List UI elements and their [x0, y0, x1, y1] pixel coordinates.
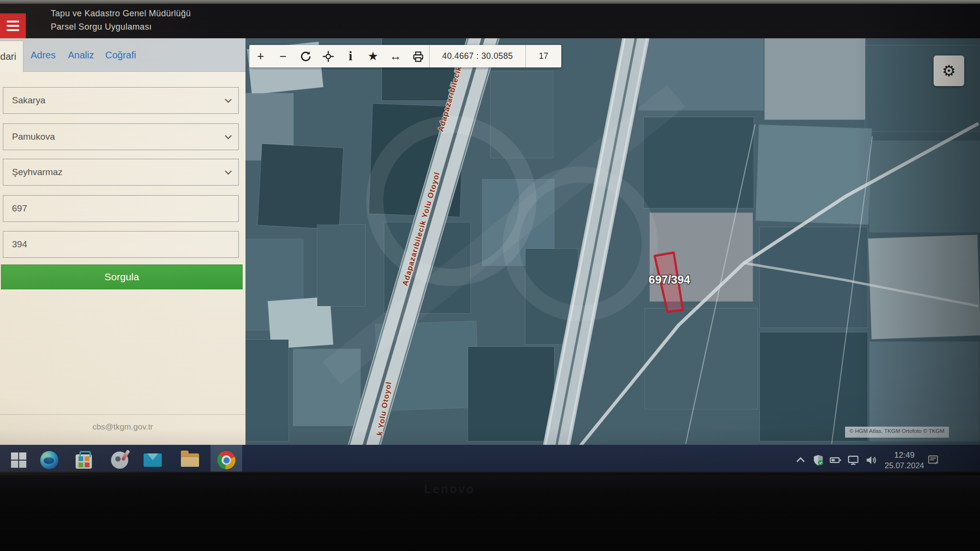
notes-icon [927, 454, 939, 466]
app-title: Tapu ve Kadastro Genel Müdürlüğü Parsel … [51, 9, 191, 32]
coordinates-readout: 40.4667 : 30.0585 [430, 45, 525, 67]
tray-volume[interactable] [862, 445, 880, 475]
battery-icon [829, 454, 842, 466]
chevron-down-icon [225, 168, 232, 175]
menu-button[interactable] [0, 13, 26, 38]
chevron-down-icon [225, 132, 232, 139]
locate-icon[interactable] [317, 45, 339, 67]
defender-shield-icon [812, 454, 824, 466]
network-icon [847, 454, 859, 466]
print-icon[interactable] [407, 45, 429, 67]
screen-top-edge [0, 0, 980, 4]
map-overlay: Adapazarıbilecik Yolu Otoyol Adapazarıbi… [245, 38, 980, 445]
map-canvas[interactable]: Adapazarıbilecik Yolu Otoyol Adapazarıbi… [245, 38, 980, 445]
tray-chevron-up[interactable] [792, 445, 809, 475]
screen: Tapu ve Kadastro Genel Müdürlüğü Parsel … [0, 4, 980, 472]
laptop-bezel: Lenovo [0, 472, 980, 551]
district-select[interactable]: Pamukova [3, 123, 239, 150]
clock-time: 12:49 [894, 451, 915, 460]
query-sidebar: İdari Adres Analiz Coğrafi Sakarya Pamuk… [0, 38, 245, 445]
store-icon [76, 454, 92, 469]
chevron-up-icon [794, 454, 807, 466]
province-select[interactable]: Sakarya [3, 87, 239, 114]
neighborhood-select-value: Şeyhvarmaz [12, 167, 63, 177]
tab-adres[interactable]: Adres [31, 38, 56, 72]
bezel-edge [0, 472, 980, 473]
volume-icon [865, 454, 878, 466]
taskbar-app-mail[interactable] [137, 445, 168, 475]
bookmark-icon[interactable]: ★ [362, 45, 384, 67]
clock-date: 25.07.2024 [885, 461, 924, 470]
block-number-input[interactable] [3, 195, 239, 222]
zoom-out-icon[interactable]: − [272, 45, 294, 67]
windows-logo-icon [11, 452, 26, 468]
district-select-value: Pamukova [12, 132, 55, 142]
app-header: Tapu ve Kadastro Genel Müdürlüğü Parsel … [0, 4, 980, 38]
contact-email: cbs@tkgm.gov.tr [0, 422, 245, 432]
taskbar-app-chrome[interactable] [211, 445, 242, 475]
parcel-number-input[interactable] [3, 231, 239, 258]
province-select-value: Sakarya [12, 95, 45, 106]
edge-icon [40, 451, 58, 469]
taskbar-app-edge[interactable] [33, 445, 65, 475]
hamburger-icon [7, 21, 19, 22]
laptop-brand-logo: Lenovo [424, 482, 475, 496]
laptop-screen-photo: Tapu ve Kadastro Genel Müdürlüğü Parsel … [0, 0, 980, 551]
mail-icon [144, 453, 162, 467]
tray-defender[interactable] [810, 445, 827, 475]
start-button[interactable] [3, 445, 34, 475]
taskbar-clock[interactable]: 12:49 25.07.2024 [880, 445, 929, 475]
map-settings-button[interactable]: ⚙ [934, 55, 964, 86]
taskbar-app-store[interactable] [68, 445, 100, 475]
chevron-down-icon [225, 96, 232, 103]
taskbar-app-file-explorer[interactable] [174, 445, 206, 475]
info-icon[interactable]: i [339, 45, 362, 67]
windows-taskbar: 12:49 25.07.2024 [0, 445, 980, 475]
photo-watermark [332, 96, 676, 373]
parcel-label: 697/394 [649, 273, 690, 286]
neighborhood-select[interactable]: Şeyhvarmaz [3, 159, 239, 186]
measure-icon[interactable]: ↔ [384, 45, 407, 67]
sidebar-tabbar: İdari Adres Analiz Coğrafi [0, 38, 245, 72]
map-attribution: © HGM Atlas, TKGM Ortofoto © TKGM [845, 427, 949, 438]
tray-network[interactable] [844, 445, 862, 475]
gear-icon: ⚙ [942, 62, 956, 80]
file-explorer-icon [181, 453, 199, 467]
tray-battery[interactable] [827, 445, 844, 475]
chrome-icon [217, 451, 235, 469]
query-button[interactable]: Sorgula [1, 264, 243, 289]
tab-analiz[interactable]: Analiz [68, 38, 94, 72]
tab-idari[interactable]: İdari [0, 41, 23, 72]
paint3d-icon [111, 452, 128, 469]
zoom-in-icon[interactable]: + [249, 45, 272, 67]
zoom-level-readout: 17 [526, 45, 561, 67]
app-title-line1: Tapu ve Kadastro Genel Müdürlüğü [51, 9, 191, 19]
app-title-line2: Parsel Sorgu Uygulaması [51, 22, 191, 32]
taskbar-app-paint3d[interactable] [104, 445, 135, 475]
highlighted-parcel[interactable]: 697/394 [649, 253, 690, 312]
action-center-button[interactable] [923, 445, 944, 475]
map-toolbar: + − i ★ ↔ 40.4667 : 30.0585 17 [249, 45, 561, 67]
sidebar-divider [0, 414, 245, 415]
refresh-icon[interactable] [294, 45, 317, 67]
tab-cografi[interactable]: Coğrafi [105, 38, 136, 72]
